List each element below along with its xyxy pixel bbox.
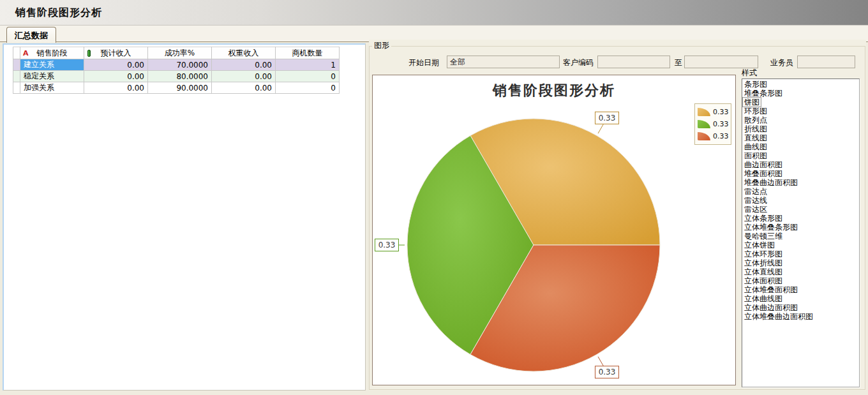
style-list-item[interactable]: 曲线图 [743,142,859,151]
start-date-input[interactable] [447,56,560,68]
slice-value-label: 0.33 [595,366,619,378]
legend-swatch-icon [698,120,710,128]
to-label: 至 [675,57,682,68]
style-group-label: 样式 [742,68,757,78]
sort-a-icon: A [23,49,29,57]
column-header-success[interactable]: 成功率% [148,47,212,59]
table-cell[interactable]: 加强关系 [20,82,84,94]
table-cell[interactable]: 0.00 [212,82,276,94]
table-cell[interactable]: 90.0000 [148,82,212,94]
table-cell[interactable]: 稳定关系 [20,71,84,82]
numeric-field-icon [87,50,91,57]
table-row[interactable]: 建立关系0.0070.00000.001 [13,59,340,71]
start-date-label: 开始日期 [408,57,439,68]
style-list-item[interactable]: 立体曲边面积图 [743,303,859,312]
legend-swatch-icon [698,132,710,140]
style-list-item[interactable]: 堆叠面积图 [743,169,859,178]
column-header-count[interactable]: 商机数量 [276,47,340,59]
column-header-weighted[interactable]: 权重收入 [212,47,276,59]
row-indicator-header [13,47,20,59]
chart-area: 销售阶段图形分析 0.330.330.33 0.330.330.33 [372,75,736,385]
row-indicator-cell[interactable] [13,71,20,82]
style-list-item[interactable]: 立体曲线图 [743,294,859,303]
table-cell[interactable]: 0.00 [84,82,148,94]
window-title: 销售阶段图形分析 [15,6,102,20]
style-list-item[interactable]: 折线图 [743,124,859,133]
style-list-item[interactable]: 堆叠曲边面积图 [743,178,859,187]
customer-code-to-input[interactable] [684,56,758,68]
legend-item: 0.33 [698,118,728,130]
pie-chart[interactable]: 0.330.330.33 [373,75,735,385]
style-list-item[interactable]: 面积图 [743,151,859,160]
style-list-item[interactable]: 立体折线图 [743,258,859,267]
style-list-item[interactable]: 雷达线 [743,196,859,205]
table-cell[interactable]: 80.0000 [148,71,212,82]
table-cell[interactable]: 0.00 [212,59,276,71]
table-cell[interactable]: 0 [276,82,340,94]
style-list-item[interactable]: 堆叠条形图 [743,89,859,98]
style-list-item[interactable]: 直线图 [743,133,859,142]
style-list-item[interactable]: 立体堆叠面积图 [743,285,859,294]
sales-stage-table: A销售阶段 预计收入 成功率% 权重收入 商机数量 建立关系0.0070.000… [13,47,340,94]
customer-code-input[interactable] [597,56,670,68]
table-cell[interactable]: 0 [276,71,340,82]
tab-summary-data[interactable]: 汇总数据 [6,27,56,43]
legend-item: 0.33 [698,130,728,142]
table-cell[interactable]: 1 [276,59,340,71]
svg-text:0.33: 0.33 [599,368,616,376]
row-indicator-cell[interactable] [13,59,20,71]
style-list-item[interactable]: 雷达区 [743,205,859,214]
style-list-item[interactable]: 立体条形图 [743,214,859,223]
table-cell[interactable]: 0.00 [212,71,276,82]
style-list-item[interactable]: 雷达点 [743,187,859,196]
app-window: 销售阶段图形分析 汇总数据 A销售阶段 预计收入 成功率% 权重收入 商机数量 … [0,0,868,395]
legend-item: 0.33 [698,106,728,118]
legend-swatch-icon [698,108,710,116]
customer-code-label: 客户编码 [563,57,594,68]
column-header-expected[interactable]: 预计收入 [84,47,148,59]
style-list-item[interactable]: 立体直线图 [743,267,859,276]
table-cell[interactable]: 70.0000 [148,59,212,71]
style-list-item[interactable]: 环形图 [743,107,859,116]
title-bar: 销售阶段图形分析 [0,0,868,26]
style-list-item[interactable]: 饼图 [743,98,761,107]
legend-label: 0.33 [713,132,729,140]
chart-legend: 0.330.330.33 [694,103,731,145]
slice-value-label: 0.33 [595,112,619,124]
table-header-row: A销售阶段 预计收入 成功率% 权重收入 商机数量 [13,47,340,59]
style-list-item[interactable]: 曲边面积图 [743,160,859,169]
table-row[interactable]: 加强关系0.0090.00000.000 [13,82,340,94]
svg-text:0.33: 0.33 [378,241,396,250]
style-list-item[interactable]: 条形图 [743,80,859,89]
style-list-item[interactable]: 立体堆叠曲边面积图 [743,312,859,321]
column-header-stage[interactable]: A销售阶段 [20,47,84,59]
svg-text:0.33: 0.33 [599,114,616,123]
style-list-item[interactable]: 立体面积图 [743,276,859,285]
row-indicator-cell[interactable] [13,82,20,94]
style-list-item[interactable]: 散列点 [743,116,859,124]
table-row[interactable]: 稳定关系0.0080.00000.000 [13,71,340,82]
slice-value-label: 0.33 [375,239,399,251]
salesperson-label: 业务员 [770,57,793,68]
style-list-item[interactable]: 立体堆叠条形图 [743,223,859,232]
summary-grid-panel: A销售阶段 预计收入 成功率% 权重收入 商机数量 建立关系0.0070.000… [3,43,366,391]
style-list-item[interactable]: 曼哈顿三维 [743,232,859,241]
chart-style-listbox[interactable]: 条形图堆叠条形图饼图环形图散列点折线图直线图曲线图面积图曲边面积图堆叠面积图堆叠… [742,78,860,387]
graph-panel: 图形 开始日期 客户编码 至 业务员 销售阶段图形分析 0.330.330.33… [369,40,866,391]
legend-label: 0.33 [713,108,729,116]
table-cell[interactable]: 建立关系 [20,59,84,71]
style-list-item[interactable]: 立体饼图 [743,241,859,250]
salesperson-input[interactable] [797,56,855,68]
style-list-item[interactable]: 立体环形图 [743,250,859,258]
legend-label: 0.33 [713,120,729,128]
table-cell[interactable]: 0.00 [84,59,148,71]
graph-group-label: 图形 [372,40,391,51]
table-cell[interactable]: 0.00 [84,71,148,82]
